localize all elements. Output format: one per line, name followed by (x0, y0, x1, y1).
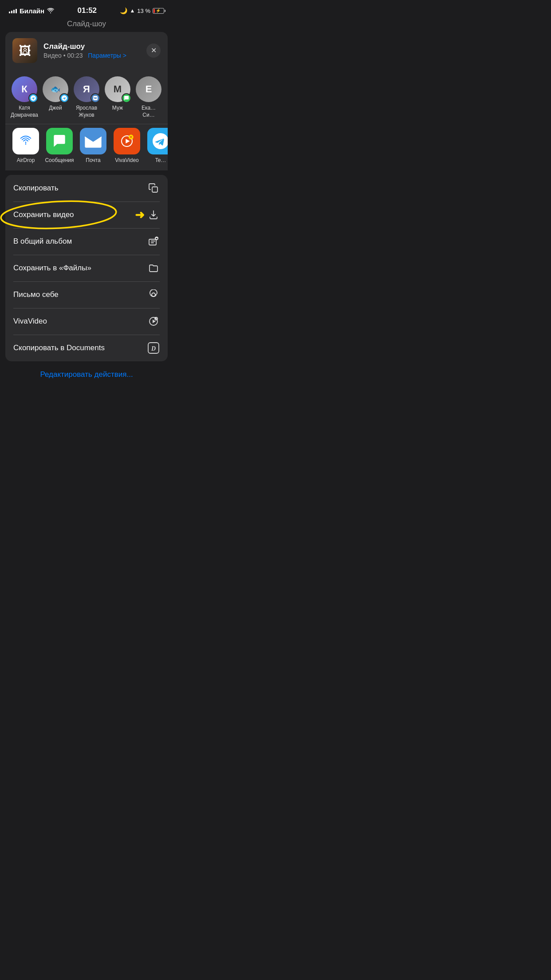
svg-rect-9 (152, 187, 157, 192)
contact-name: КатяДомрачева (11, 105, 38, 119)
contact-item[interactable]: Я ЯрославЖуков (71, 76, 102, 119)
close-button[interactable]: ✕ (146, 43, 161, 58)
wifi-icon (47, 8, 54, 13)
avatar: К (12, 76, 37, 102)
contacts-row: К КатяДомрачева 🐟 Джей (5, 69, 168, 124)
contact-item[interactable]: М Муж (102, 76, 133, 119)
telegram-badge-icon (59, 93, 69, 103)
status-bar: Билайн 01:52 🌙 ▲ 13 % ⚡ (0, 0, 173, 18)
app-item-telegram[interactable]: Te… (144, 128, 168, 163)
title-bar: Слайд-шоу (0, 18, 173, 32)
status-left: Билайн (9, 7, 54, 15)
shared-album-icon (147, 235, 160, 248)
app-item-vivavideo[interactable]: ★ VivaVideo (110, 128, 144, 163)
share-thumbnail: 🖼 (12, 38, 37, 63)
action-list: Скопировать Сохранить видео ➜ В общий ал… (5, 175, 168, 361)
avatar: 🐟 (43, 76, 68, 102)
telegram-icon (147, 128, 168, 154)
app-item-mail[interactable]: Почта (76, 128, 110, 163)
action-label: Письмо себе (13, 290, 59, 299)
carrier-label: Билайн (20, 7, 44, 15)
airdrop-icon (12, 128, 39, 154)
action-label: Скопировать в Documents (13, 344, 105, 352)
app-name: Почта (86, 157, 100, 163)
contact-name: Ека…Си… (142, 105, 156, 119)
save-video-icon (147, 209, 160, 221)
copy-icon (147, 182, 160, 194)
title-label: Слайд-шоу (67, 20, 106, 28)
svg-point-1 (25, 142, 27, 143)
apps-row: AirDrop Сообщения Почта (5, 124, 168, 170)
vivavideo-icon: ★ (114, 128, 140, 154)
app-name: Te… (155, 157, 166, 163)
edit-actions[interactable]: Редактировать действия... (0, 361, 173, 390)
share-params[interactable]: Параметры > (88, 52, 126, 59)
share-header: 🖼 Слайд-шоу Видео • 00:23 Параметры > ✕ (5, 32, 168, 69)
contact-item[interactable]: К КатяДомрачева (9, 76, 40, 119)
messages-icon (46, 128, 73, 154)
avatar: Е (136, 76, 161, 102)
svg-text:D: D (151, 345, 156, 352)
action-item-save-files[interactable]: Сохранить в «Файлы» (5, 255, 168, 281)
avatar: М (105, 76, 130, 102)
action-label: В общий альбом (13, 237, 72, 246)
app-name: Сообщения (45, 157, 74, 163)
at-icon (147, 288, 160, 301)
action-item-copy[interactable]: Скопировать (5, 175, 168, 202)
status-right: 🌙 ▲ 13 % ⚡ (120, 7, 164, 14)
action-item-save-video[interactable]: Сохранить видео ➜ (5, 202, 168, 228)
battery-percent: 13 % (137, 8, 150, 14)
signal-bars (9, 8, 17, 13)
action-label: Сохранить видео (13, 210, 74, 219)
app-item-airdrop[interactable]: AirDrop (9, 128, 43, 163)
contact-item[interactable]: Е Ека…Си… (133, 76, 164, 119)
action-item-shared-album[interactable]: В общий альбом (5, 228, 168, 255)
telegram-badge-icon (28, 93, 38, 103)
share-title: Слайд-шоу (43, 42, 140, 51)
close-icon: ✕ (151, 47, 157, 54)
action-item-copy-documents[interactable]: Скопировать в Documents D (5, 335, 168, 361)
app-name: AirDrop (17, 157, 35, 163)
documents-icon: D (147, 342, 160, 354)
battery-icon: ⚡ (153, 8, 164, 14)
moon-icon: 🌙 (120, 7, 127, 14)
contact-name: Джей (49, 105, 62, 112)
vk-badge-icon (91, 93, 100, 103)
edit-actions-label: Редактировать действия... (40, 370, 133, 379)
share-info: Слайд-шоу Видео • 00:23 Параметры > (43, 42, 140, 59)
svg-point-0 (18, 133, 33, 149)
share-meta: Видео • 00:23 Параметры > (43, 52, 140, 59)
location-icon: ▲ (130, 8, 135, 14)
vivavideo-action-icon (147, 315, 160, 328)
action-label: VivaVideo (13, 317, 47, 326)
action-item-vivavideo-row[interactable]: VivaVideo (5, 308, 168, 335)
app-item-messages[interactable]: Сообщения (43, 128, 76, 163)
avatar: Я (74, 76, 99, 102)
contact-item[interactable]: 🐟 Джей (40, 76, 71, 119)
svg-text:★: ★ (130, 136, 133, 139)
mail-icon (80, 128, 106, 154)
yellow-arrow-icon: ➜ (135, 208, 145, 222)
action-label: Сохранить в «Файлы» (13, 264, 91, 273)
action-item-mail-self[interactable]: Письмо себе (5, 281, 168, 308)
contact-name: ЯрославЖуков (76, 105, 97, 119)
messages-badge-icon (122, 93, 131, 103)
app-name: VivaVideo (115, 157, 139, 163)
contact-name: Муж (112, 105, 123, 112)
action-label: Скопировать (13, 184, 59, 193)
svg-rect-11 (149, 239, 156, 245)
files-icon (147, 262, 160, 274)
share-sheet: К КатяДомрачева 🐟 Джей (5, 69, 168, 170)
status-time: 01:52 (78, 6, 97, 15)
